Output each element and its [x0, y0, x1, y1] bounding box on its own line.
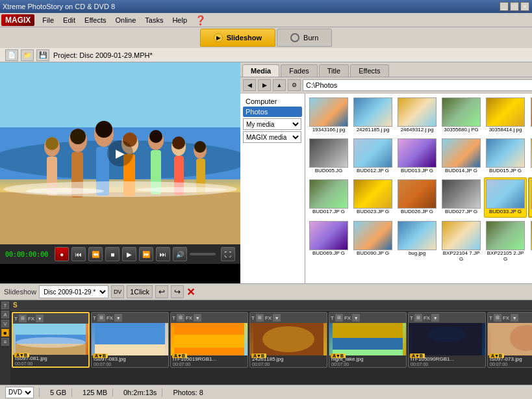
file-item-7[interactable]: BUD005.JG [307, 136, 350, 176]
clip-7[interactable]: T ⊞ FX ▼ A▼B IS097-073.jpg 00:07:00 [487, 312, 532, 368]
minimize-button[interactable]: _ [500, 2, 509, 11]
track-control-2[interactable]: A [1, 311, 9, 318]
forward-button[interactable]: ▶ [258, 79, 271, 91]
tree-item-photos[interactable]: Photos [243, 107, 302, 117]
clip-6[interactable]: T ⊞ FX ▼ A▼B ITF105090RGB1... 00:07:00 [408, 312, 486, 368]
file-item-22[interactable]: BXP22104 7.JPG [440, 219, 483, 264]
magix-media-dropdown[interactable]: MAGIX media [243, 131, 301, 143]
clip-6-fx-btn[interactable]: ▼ [431, 314, 439, 322]
record-button[interactable]: ● [55, 247, 69, 261]
delete-button[interactable]: ✕ [186, 286, 195, 298]
menu-edit[interactable]: Edit [59, 15, 79, 25]
skip-back-button[interactable]: ⏮ [71, 247, 86, 261]
file-item-21[interactable]: bug.jpg [396, 219, 438, 264]
oneclick-button[interactable]: 1Click [127, 285, 153, 298]
file-item-2[interactable]: 24261185.j pg [351, 96, 394, 135]
up-button[interactable]: ▲ [273, 79, 286, 91]
stop-button[interactable]: ■ [105, 247, 120, 261]
file-item-1[interactable]: 19343166.j pg [307, 96, 350, 135]
clip-5-menu-btn[interactable]: ⊞ [335, 314, 343, 322]
play-overlay-button[interactable]: ▶ [107, 140, 133, 166]
track-control-3[interactable]: V [1, 320, 9, 328]
clip-4[interactable]: T ⊞ FX ▼ A▼B 24261185.jpg 00:07:00 [249, 312, 327, 368]
disc-dropdown[interactable]: Disc 2009-01-29 * [39, 285, 108, 298]
clip-1-fx-btn[interactable]: ▼ [36, 315, 44, 322]
clip-3-menu-btn[interactable]: ⊞ [177, 314, 184, 322]
file-item-6[interactable]: BUD001.JP G [528, 96, 532, 135]
file-item-12[interactable]: BUD016.JP G [528, 136, 532, 176]
files-grid: 19343166.j pg 24261185.j pg 24649312.j p… [305, 94, 532, 283]
file-item-4[interactable]: 30355680.j PG [440, 96, 483, 135]
clip-1-menu-btn[interactable]: ⊞ [19, 315, 27, 322]
tab-burn[interactable]: Burn [277, 29, 332, 47]
redo-button[interactable]: ↪ [171, 285, 184, 298]
undo-button[interactable]: ↩ [155, 285, 168, 298]
menu-effects[interactable]: Effects [81, 15, 110, 25]
menu-online[interactable]: Online [111, 15, 140, 25]
menu-tasks[interactable]: Tasks [141, 15, 167, 25]
clip-5[interactable]: T ⊞ FX ▼ A▼B night_lake.jpg 00:07:00 [329, 312, 407, 368]
clip-1[interactable]: T ⊞ FX ▼ A▼B IS097-081.jpg 00:07 [12, 312, 90, 368]
file-item-17[interactable]: BUD033.JP G [484, 177, 527, 218]
file-item-15[interactable]: BUD026.JP G [396, 177, 438, 218]
maximize-button[interactable]: □ [510, 2, 519, 11]
file-item-16[interactable]: BUD027.JP G [440, 177, 483, 218]
file-item-14[interactable]: BUD023.JP G [351, 177, 394, 218]
clip-4-menu-btn[interactable]: ⊞ [256, 314, 264, 322]
file-label-8: BUD012.JP G [357, 168, 389, 174]
skip-forward-button[interactable]: ⏩ [139, 247, 153, 261]
volume-slider[interactable] [190, 253, 216, 255]
menu-file[interactable]: File [38, 15, 58, 25]
file-item-11[interactable]: BUD015.JP G [484, 136, 527, 176]
clip-6-menu-btn[interactable]: ⊞ [414, 314, 422, 322]
close-button[interactable]: × [520, 2, 529, 11]
file-item-13[interactable]: BUD017.JP G [307, 177, 350, 218]
new-project-button[interactable]: 📄 [5, 49, 18, 61]
clip-7-menu-btn[interactable]: ⊞ [494, 314, 501, 322]
file-label-3: 24649312.j pg [401, 127, 434, 133]
file-item-9[interactable]: BUD013.JP G [396, 136, 438, 176]
file-label-4: 30355680.j PG [444, 127, 478, 133]
clip-3-fx-btn[interactable]: ▼ [194, 314, 201, 322]
file-item-23[interactable]: BXP22105 2.JPG [484, 219, 527, 264]
svg-point-18 [149, 130, 162, 143]
track-control-4[interactable]: ≡ [1, 338, 9, 346]
file-item-20[interactable]: BUD090.JP G [351, 219, 394, 264]
clip-7-fx-btn[interactable]: ▼ [511, 314, 518, 322]
file-item-8[interactable]: BUD012.JP G [351, 136, 394, 176]
clip-5-fx-btn[interactable]: ▼ [352, 314, 360, 322]
tab-media[interactable]: Media [242, 64, 279, 77]
tab-effects[interactable]: Effects [350, 64, 388, 77]
fullscreen-button[interactable]: ⛶ [221, 247, 235, 261]
menu-help[interactable]: Help [168, 15, 191, 25]
my-media-dropdown[interactable]: My media [243, 118, 301, 130]
volume-button[interactable]: 🔊 [173, 247, 187, 261]
file-item-18[interactable]: BUD038.JPG [528, 177, 532, 218]
tab-fades[interactable]: Fades [281, 64, 318, 77]
back-button[interactable]: ◀ [243, 79, 256, 91]
settings-button[interactable]: ⚙ [288, 79, 301, 91]
tab-slideshow[interactable]: ▶ Slideshow [200, 29, 275, 47]
open-project-button[interactable]: 📁 [21, 49, 34, 61]
step-forward-button[interactable]: ⏭ [156, 247, 170, 261]
path-bar[interactable]: C:\Photos [303, 79, 532, 91]
clip-4-fx-btn[interactable]: ▼ [273, 314, 281, 322]
dv-icon[interactable]: DV [111, 285, 124, 298]
clip-2[interactable]: T ⊞ FX ▼ A▼B IS097-083.jpg 00:07:00 [91, 312, 169, 368]
file-item-3[interactable]: 24649312.j pg [396, 96, 438, 135]
step-back-button[interactable]: ⏪ [88, 247, 103, 261]
file-item-24[interactable]: BXP22105 9.JPG [528, 219, 532, 264]
save-project-button[interactable]: 💾 [36, 49, 49, 61]
clip-2-fx-btn[interactable]: ▼ [114, 314, 122, 322]
file-item-10[interactable]: BUD014.JP G [440, 136, 483, 176]
track-control-1[interactable]: T [1, 302, 9, 309]
track-control-active[interactable]: ■ [1, 329, 9, 337]
file-item-5[interactable]: 30358414.j pg [484, 96, 527, 135]
play-button[interactable]: ▶ [122, 247, 136, 261]
tree-item-computer[interactable]: Computer [243, 96, 302, 107]
tab-title[interactable]: Title [319, 64, 349, 77]
disc-type-dropdown[interactable]: DVD [5, 387, 34, 398]
clip-2-menu-btn[interactable]: ⊞ [97, 314, 105, 322]
file-item-19[interactable]: BUD069.JP G [307, 219, 350, 264]
clip-3[interactable]: T ⊞ FX ▼ A▼B ITF105019RGB1... 00:07:00 [170, 312, 248, 368]
